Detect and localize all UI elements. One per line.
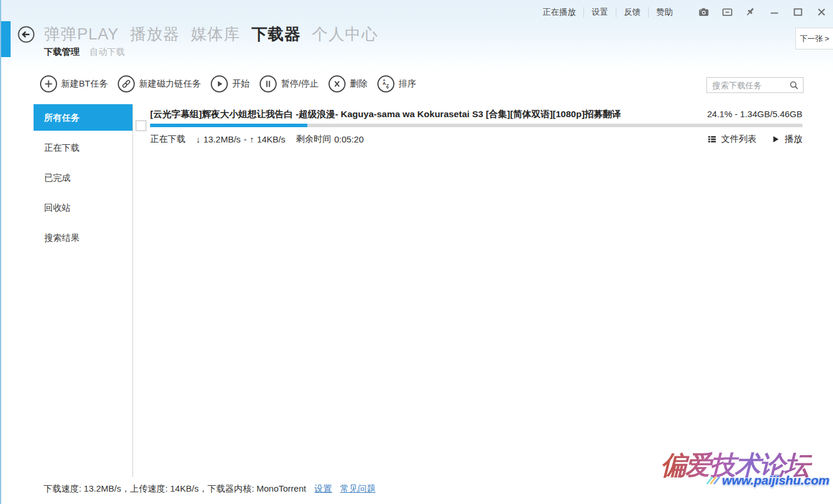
start-button[interactable]: 开始 [211,75,250,92]
settings-link[interactable]: 设置 [314,483,332,495]
menu-now-playing[interactable]: 正在播放 [535,7,584,18]
tab-download-manage[interactable]: 下载管理 [44,47,79,58]
minimize-icon[interactable] [768,5,781,19]
sidebar-item-downloading[interactable]: 正在下载 [34,134,133,161]
next-image-button[interactable]: 下一张 > [795,28,833,49]
nav-item-profile[interactable]: 个人中心 [312,24,378,45]
file-list-label: 文件列表 [721,134,756,145]
eta-value: 0:05:20 [334,134,364,144]
sidebar: 所有任务 正在下载 已完成 回收站 搜索结果 [34,104,133,254]
sidebar-item-search-results[interactable]: 搜索结果 [34,224,133,251]
tool-label: 新建BT任务 [61,78,108,89]
status-bar: 下载速度: 13.2MB/s，上传速度: 14KB/s，下载器内核: MonoT… [44,483,376,495]
nav-item-dandanplay[interactable]: 弹弹PLAY [44,24,119,45]
task-line1: [云光字幕组]辉夜大小姐想让我告白 -超级浪漫- Kaguya-sama wa … [150,108,802,121]
menu-settings[interactable]: 设置 [584,7,616,18]
task-title: [云光字幕组]辉夜大小姐想让我告白 -超级浪漫- Kaguya-sama wa … [150,108,621,121]
new-bt-task-button[interactable]: 新建BT任务 [40,75,108,92]
toolbar: 新建BT任务 新建磁力链任务 开始 暂停/停止 删除 [40,75,416,92]
delete-x-icon [328,75,346,92]
tool-label: 排序 [399,78,416,89]
upload-speed: 14KB/s [257,134,285,144]
watermark: 偏爱技术论坛 www.paijishu.com [638,451,832,504]
menu-feedback[interactable]: 反馈 [616,7,649,18]
faq-link[interactable]: 常见问题 [340,483,376,495]
accent-bar [1,21,11,57]
pin-icon[interactable] [744,5,758,19]
magnet-link-icon [118,75,135,92]
search-box [706,77,804,93]
titlebar: 正在播放 设置 反馈 赞助 [535,5,828,19]
tool-label: 暂停/停止 [281,78,318,89]
eta-label: 剩余时间 [296,134,331,145]
progress-fill [150,124,307,127]
app-window: 正在播放 设置 反馈 赞助 [0,0,833,504]
progress-bar [150,124,802,127]
sidebar-item-completed[interactable]: 已完成 [34,164,133,191]
watermark-url: www.paijishu.com [722,473,829,488]
play-icon [211,75,228,92]
pause-icon [260,75,277,92]
task-actions: 文件列表 播放 [707,134,802,145]
sidebar-item-all-tasks[interactable]: 所有任务 [34,104,133,131]
nav-item-downloader[interactable]: 下载器 [251,24,301,45]
tool-label: 新建磁力链任务 [139,78,201,89]
file-list-icon [707,134,717,144]
task-checkbox[interactable] [135,120,147,131]
status-bar-text: 下载速度: 13.2MB/s，上传速度: 14KB/s，下载器内核: MonoT… [44,483,306,495]
upload-arrow-icon: ↑ [250,134,254,144]
sidebar-item-recycle-bin[interactable]: 回收站 [34,194,133,221]
sort-az-icon: AZ [377,75,394,92]
tool-label: 开始 [232,78,250,89]
task-progress-stats: 24.1% - 1.34GB/5.46GB [707,109,802,119]
svg-text:A: A [383,81,386,86]
task-status-group: 正在下载 ↓ 13.2MB/s - ↑ 14KB/s 剩余时间 0:05:20 [150,134,364,145]
download-speed: 13.2MB/s [204,134,241,144]
plus-icon [40,75,57,92]
play-label: 播放 [785,134,802,145]
new-magnet-task-button[interactable]: 新建磁力链任务 [118,75,201,92]
task-line2: 正在下载 ↓ 13.2MB/s - ↑ 14KB/s 剩余时间 0:05:20 … [150,134,802,145]
nav-items: 弹弹PLAY 播放器 媒体库 下载器 个人中心 [44,24,378,45]
task-row[interactable]: [云光字幕组]辉夜大小姐想让我告白 -超级浪漫- Kaguya-sama wa … [135,108,802,145]
tool-label: 删除 [350,78,367,89]
play-task-button[interactable]: 播放 [771,134,802,145]
close-icon[interactable] [815,5,828,19]
nav-item-player[interactable]: 播放器 [130,24,180,45]
file-list-button[interactable]: 文件列表 [707,134,756,145]
main-nav: 弹弹PLAY 播放器 媒体库 下载器 个人中心 [18,24,378,45]
sort-button[interactable]: AZ 排序 [377,75,416,92]
back-icon[interactable] [18,26,35,43]
nav-item-media-library[interactable]: 媒体库 [191,24,240,45]
task-status: 正在下载 [150,134,185,145]
download-arrow-icon: ↓ [196,134,201,144]
menu-donate[interactable]: 赞助 [649,7,681,18]
boss-key-icon[interactable] [721,5,734,19]
camera-icon[interactable] [697,5,711,19]
play-icon [771,134,781,144]
maximize-icon[interactable] [791,5,805,19]
search-icon[interactable] [789,80,799,91]
pause-stop-button[interactable]: 暂停/停止 [260,75,318,92]
delete-button[interactable]: 删除 [328,75,367,92]
window-controls [697,5,828,19]
watermark-slashes-icon [709,476,718,485]
sub-nav: 下载管理 自动下载 [44,47,125,58]
titlebar-menu: 正在播放 设置 反馈 赞助 [535,7,681,18]
search-input[interactable] [712,81,789,90]
sidebar-divider [132,104,133,477]
speed-separator: - [244,134,247,144]
tab-auto-download[interactable]: 自动下载 [89,47,125,58]
task-list: [云光字幕组]辉夜大小姐想让我告白 -超级浪漫- Kaguya-sama wa … [135,108,802,145]
